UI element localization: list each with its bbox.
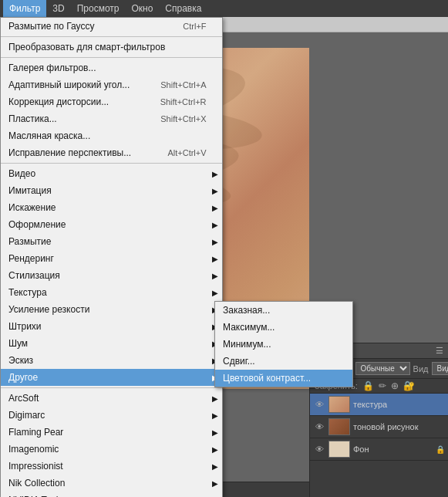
menu-item-adaptive-wide[interactable]: Адаптивный широкий угол... Shift+Ctrl+A	[1, 76, 222, 93]
menu-item-texture[interactable]: Текстура ▶	[1, 284, 222, 301]
other-submenu: Заказная... Максимум... Минимум... Сдвиг…	[214, 301, 353, 387]
layer-visibility-icon[interactable]: 👁	[313, 443, 325, 455]
menu-item-digimarc[interactable]: Digimarc ▶	[1, 407, 222, 424]
menu-help[interactable]: Справка	[159, 0, 207, 17]
menu-item-label: Искажение	[8, 202, 56, 213]
layer-item[interactable]: 👁 тоновой рисунок	[310, 416, 448, 438]
menu-item-noise[interactable]: Шум ▶	[1, 335, 222, 352]
menu-item-shortcut: Alt+Ctrl+V	[167, 148, 206, 157]
menu-item-label: Масляная краска...	[8, 130, 90, 141]
submenu-arrow-icon: ▶	[212, 255, 218, 263]
blend-mode-select[interactable]: Обычные	[355, 362, 410, 375]
panel-menu-icon[interactable]: ☰	[436, 346, 443, 356]
lock-art-icon[interactable]: ⊕	[391, 380, 399, 391]
menu-item-label: Преобразовать для смарт-фильтров	[8, 42, 165, 52]
menu-3d[interactable]: 3D	[46, 0, 70, 17]
menu-item-label: Эскиз	[8, 355, 33, 366]
layer-thumbnail	[328, 418, 350, 435]
menu-item-flaming-pear[interactable]: Flaming Pear ▶	[1, 424, 222, 441]
menu-filter[interactable]: Фильтр	[3, 0, 46, 17]
menu-item-sharpen[interactable]: Усиление резкости ▶	[1, 301, 222, 318]
menu-item-label: Коррекция дисторсии...	[8, 96, 109, 107]
submenu-arrow-icon: ▶	[212, 445, 218, 454]
submenu-arrow-icon: ▶	[212, 272, 218, 280]
menu-item-nik-collection[interactable]: Nik Collection ▶	[1, 475, 222, 492]
submenu-item-shift[interactable]: Сдвиг...	[215, 353, 352, 370]
submenu-item-color-contrast[interactable]: Цветовой контраст...	[215, 370, 352, 387]
menu-item-label: Рендеринг	[8, 253, 54, 264]
menu-item-shortcut: Shift+Ctrl+X	[160, 114, 206, 123]
menu-item-plastika[interactable]: Пластика... Shift+Ctrl+X	[1, 110, 222, 127]
menu-item-label: Текстура	[8, 287, 47, 298]
menu-item-other[interactable]: Другое ▶	[1, 369, 222, 386]
menu-separator	[1, 36, 222, 37]
menu-item-shortcut: Ctrl+F	[183, 22, 206, 31]
menu-separator	[1, 57, 222, 58]
layer-item[interactable]: 👁 текстура	[310, 394, 448, 416]
menu-item-stylize[interactable]: Стилизация ▶	[1, 267, 222, 284]
menu-separator	[1, 163, 222, 164]
menu-separator	[1, 387, 222, 388]
lock-move-icon[interactable]: 🔐	[403, 380, 415, 391]
menu-item-label: Имитация	[8, 185, 52, 196]
menu-item-smart-filters[interactable]: Преобразовать для смарт-фильтров	[1, 39, 222, 56]
layer-thumbnail	[328, 441, 350, 458]
lock-all-icon[interactable]: 🔒	[362, 380, 374, 391]
menu-item-label: ArcSoft	[8, 393, 39, 404]
submenu-item-maximum[interactable]: Максимум...	[215, 319, 352, 336]
submenu-item-minimum[interactable]: Минимум...	[215, 336, 352, 353]
menu-item-label: Imagenomic	[8, 444, 59, 455]
menu-item-label: Размытие по Гауссу	[8, 21, 94, 32]
submenu-arrow-icon: ▶	[212, 204, 218, 212]
submenu-arrow-icon: ▶	[212, 394, 218, 403]
menu-item-strokes[interactable]: Штрихи ▶	[1, 318, 222, 335]
menu-item-filter-gallery[interactable]: Галерея фильтров...	[1, 59, 222, 76]
submenu-arrow-icon: ▶	[212, 238, 218, 246]
menu-item-distort[interactable]: Искажение ▶	[1, 199, 222, 216]
submenu-arrow-icon: ▶	[212, 479, 218, 488]
menu-item-perspective[interactable]: Исправление перспективы... Alt+Ctrl+V	[1, 144, 222, 161]
layer-name: текстура	[353, 400, 445, 409]
menu-item-label: Другое	[8, 372, 38, 383]
view-select[interactable]: Вид	[432, 362, 449, 375]
view-label: Вид	[413, 364, 429, 374]
menu-item-label: Размытие	[8, 236, 51, 247]
menu-item-render[interactable]: Рендеринг ▶	[1, 250, 222, 267]
menu-item-gauss-blur[interactable]: Размытие по Гауссу Ctrl+F	[1, 18, 222, 35]
layer-name: Фон	[353, 445, 433, 454]
menu-item-label: Исправление перспективы...	[8, 147, 131, 158]
menu-item-label: Стилизация	[8, 270, 60, 281]
menu-item-label: Галерея фильтров...	[8, 63, 96, 73]
menu-view[interactable]: Просмотр	[71, 0, 126, 17]
menu-item-label: Impressionist	[8, 461, 63, 472]
menu-item-label: Видео	[8, 168, 35, 179]
submenu-arrow-icon: ▶	[212, 462, 218, 471]
menu-item-label: Усиление резкости	[8, 304, 89, 315]
submenu-arrow-icon: ▶	[212, 428, 218, 437]
menu-item-oil-paint[interactable]: Масляная краска...	[1, 127, 222, 144]
layer-lock-icon: 🔒	[436, 445, 445, 454]
submenu-item-custom[interactable]: Заказная...	[215, 302, 352, 319]
menu-item-distortion[interactable]: Коррекция дисторсии... Shift+Ctrl+R	[1, 93, 222, 110]
menu-item-shortcut: Shift+Ctrl+R	[160, 97, 207, 106]
menu-item-imagenomic[interactable]: Imagenomic ▶	[1, 441, 222, 458]
submenu-arrow-icon: ▶	[212, 289, 218, 297]
menu-item-arcsoft[interactable]: ArcSoft ▶	[1, 390, 222, 407]
layer-visibility-icon[interactable]: 👁	[313, 421, 325, 433]
layer-item[interactable]: 👁 Фон 🔒	[310, 438, 448, 461]
layer-thumbnail	[328, 396, 350, 413]
menu-item-sketch[interactable]: Эскиз ▶	[1, 352, 222, 369]
menu-item-blur[interactable]: Размытие ▶	[1, 233, 222, 250]
menu-item-imitation[interactable]: Имитация ▶	[1, 182, 222, 199]
menu-item-design[interactable]: Оформление ▶	[1, 216, 222, 233]
menu-item-label: Штрихи	[8, 321, 42, 332]
layer-visibility-icon[interactable]: 👁	[313, 398, 325, 411]
menu-item-label: Nik Collection	[8, 478, 65, 489]
menu-item-nvidia-tools[interactable]: NVIDIA Tools ▶	[1, 492, 222, 497]
submenu-item-label: Заказная...	[223, 305, 270, 316]
submenu-arrow-icon: ▶	[212, 411, 218, 420]
menu-item-impressionist[interactable]: Impressionist ▶	[1, 458, 222, 475]
menu-window[interactable]: Окно	[125, 0, 159, 17]
lock-position-icon[interactable]: ✏	[379, 380, 386, 391]
menu-item-video[interactable]: Видео ▶	[1, 165, 222, 182]
